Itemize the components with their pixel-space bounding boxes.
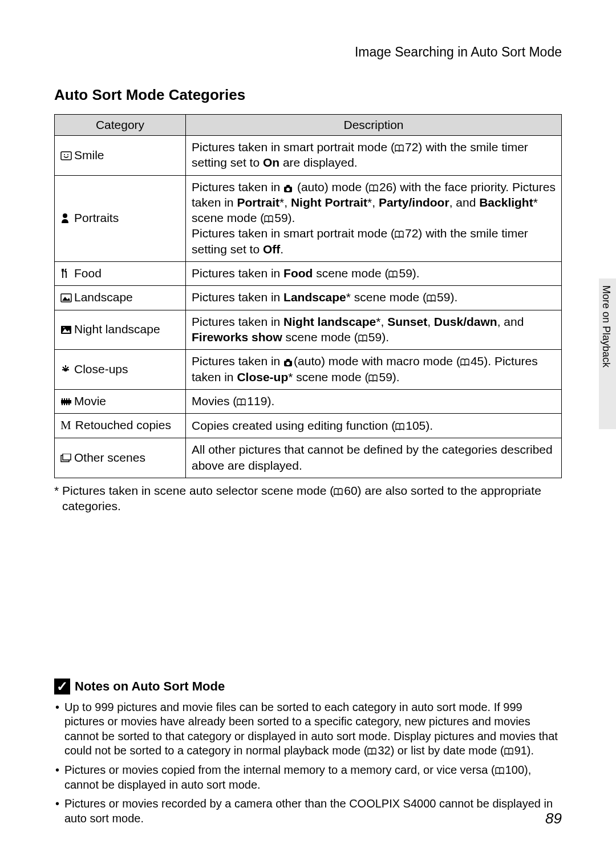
note-item: Pictures or movies recorded by a camera … — [54, 797, 562, 826]
notes-list: Up to 999 pictures and movie files can b… — [54, 700, 562, 826]
svg-rect-18 — [68, 398, 70, 400]
book-icon — [495, 767, 504, 775]
closeups-label: Close-ups — [74, 362, 128, 375]
row-landscape: Landscape Pictures taken in Landscape* s… — [55, 286, 562, 310]
book-icon — [264, 215, 273, 223]
row-retouched: M Retouched copies Copies created using … — [55, 414, 562, 438]
movie-icon — [60, 394, 72, 403]
book-icon — [358, 334, 367, 342]
book-icon — [334, 488, 343, 496]
svg-rect-19 — [62, 403, 63, 405]
footnote: * Pictures taken in scene auto selector … — [54, 483, 562, 514]
camera-icon — [283, 184, 293, 192]
svg-point-5 — [64, 154, 65, 155]
other-scenes-icon — [60, 451, 72, 460]
row-other: Other scenes All other pictures that can… — [55, 438, 562, 478]
row-portraits: Portraits Pictures taken in (auto) mode … — [55, 175, 562, 261]
svg-rect-17 — [66, 398, 67, 400]
food-label: Food — [74, 266, 102, 280]
book-icon — [367, 748, 376, 756]
book-icon — [460, 358, 469, 366]
book-icon — [369, 184, 378, 192]
svg-rect-20 — [64, 403, 65, 405]
smile-icon — [60, 148, 72, 158]
row-closeups: Close-ups Pictures taken in (auto) mode … — [55, 350, 562, 390]
book-icon — [504, 748, 513, 756]
landscape-icon — [60, 290, 72, 300]
categories-table: Category Description Smile Pictures take… — [54, 114, 562, 478]
smile-label: Smile — [74, 148, 104, 161]
movie-label: Movie — [74, 394, 106, 407]
svg-point-10 — [63, 327, 64, 328]
row-night-landscape: Night landscape Pictures taken in Night … — [55, 310, 562, 350]
camera-icon — [283, 358, 293, 366]
other-label: Other scenes — [74, 451, 145, 464]
food-icon — [60, 266, 72, 276]
portraits-icon — [60, 211, 72, 220]
book-icon — [427, 294, 436, 302]
svg-rect-16 — [64, 398, 65, 400]
row-movie: Movie Movies (119). — [55, 389, 562, 413]
book-icon — [395, 231, 404, 239]
side-tab: More on Playback — [599, 278, 616, 429]
svg-rect-22 — [68, 403, 70, 405]
book-icon — [395, 144, 404, 152]
page-number: 89 — [545, 810, 562, 827]
svg-point-7 — [63, 213, 67, 218]
portraits-label: Portraits — [74, 211, 119, 224]
note-item: Up to 999 pictures and movie files can b… — [54, 700, 562, 758]
landscape-label: Landscape — [74, 290, 133, 304]
retouched-icon: M — [60, 418, 72, 433]
col-description: Description — [186, 115, 562, 136]
night-landscape-label: Night landscape — [74, 322, 160, 336]
notes-heading: ✓ Notes on Auto Sort Mode — [54, 679, 562, 694]
svg-rect-21 — [66, 403, 67, 405]
col-category: Category — [55, 115, 186, 136]
check-icon: ✓ — [54, 679, 70, 694]
retouched-label: Retouched copies — [75, 418, 171, 431]
svg-rect-24 — [63, 454, 71, 460]
svg-point-6 — [67, 154, 68, 155]
closeups-icon — [60, 362, 72, 371]
book-icon — [368, 374, 378, 382]
book-icon — [395, 423, 404, 431]
note-item: Pictures or movies copied from the inter… — [54, 763, 562, 792]
night-landscape-icon — [60, 322, 72, 332]
section-heading: Auto Sort Mode Categories — [54, 86, 562, 104]
svg-rect-4 — [61, 152, 71, 160]
row-smile: Smile Pictures taken in smart portrait m… — [55, 136, 562, 176]
book-icon — [388, 270, 398, 278]
breadcrumb: Image Searching in Auto Sort Mode — [54, 45, 562, 60]
row-food: Food Pictures taken in Food scene mode (… — [55, 262, 562, 286]
svg-rect-15 — [62, 398, 63, 400]
book-icon — [237, 398, 246, 406]
